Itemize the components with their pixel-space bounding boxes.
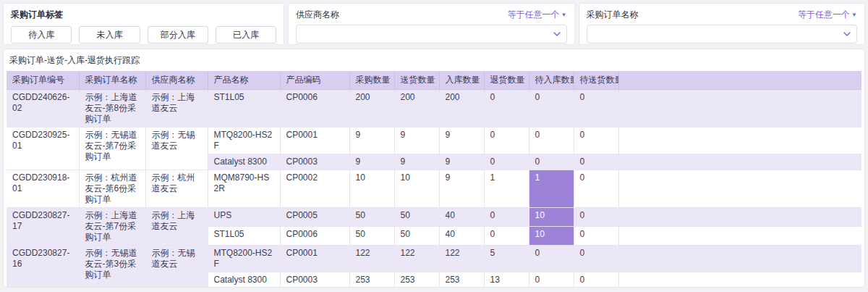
- chevron-down-icon: [553, 31, 561, 37]
- cell-pending-inbound-qty: 10: [529, 227, 574, 246]
- cell-delivery-qty: 50: [394, 227, 439, 246]
- cell-product-code: CP0002: [280, 170, 349, 208]
- chevron-down-icon: [843, 31, 851, 37]
- table-row: CGDD230827-17示例：上海道友云-第7份采购订单示例：上海道友云UPS…: [7, 208, 861, 227]
- column-header: 采购数量: [349, 71, 394, 90]
- tag-button-partial-inbound[interactable]: 部分入库: [148, 26, 208, 43]
- cell-product-name: MTQ8200-HS2F: [208, 128, 280, 154]
- cell-supplier-name: 示例：无锡道友云: [145, 128, 208, 170]
- cell-pending-inbound-qty: 10: [529, 208, 574, 227]
- cell-product-code: CP0001: [280, 246, 349, 272]
- cell-inbound-qty: 40: [439, 208, 484, 227]
- cell-product-name: UPS: [208, 208, 280, 227]
- cell-filler: [618, 154, 861, 170]
- table-row: CGDD230925-01示例：无锡道友云-第7份采购订单示例：无锡道友云MTQ…: [7, 128, 861, 154]
- cell-pending-inbound-qty: 0: [529, 128, 574, 154]
- order-tag-panel: 采购订单标签 待入库 未入库 部分入库 已入库: [3, 3, 284, 45]
- cell-purchase-qty: 9: [349, 154, 394, 170]
- supplier-operator-dropdown[interactable]: 等于任意一个▼: [508, 9, 567, 21]
- cell-purchase-qty: 50: [349, 227, 394, 246]
- cell-order-no: CGDD230925-01: [7, 128, 79, 170]
- cell-return-qty: 5: [484, 246, 529, 272]
- column-header: 待入库数量: [529, 71, 574, 90]
- cell-pending-delivery-qty: 0: [574, 154, 618, 170]
- cell-purchase-qty: 253: [349, 272, 394, 288]
- cell-pending-delivery-qty: 0: [574, 246, 618, 272]
- cell-inbound-qty: 9: [439, 170, 484, 208]
- cell-purchase-qty: 9: [349, 128, 394, 154]
- column-header: 送货数量: [394, 71, 439, 90]
- cell-order-no: CGDD230827-16: [7, 246, 79, 288]
- cell-delivery-qty: 253: [394, 272, 439, 288]
- cell-order-name: 示例：上海道友云-第7份采购订单: [79, 208, 145, 246]
- cell-inbound-qty: 40: [439, 227, 484, 246]
- cell-inbound-qty: 9: [439, 128, 484, 154]
- cell-product-code: CP0006: [280, 227, 349, 246]
- tag-button-not-inbound[interactable]: 未入库: [79, 26, 140, 43]
- cell-supplier-name: 示例：无锡道友云: [145, 246, 208, 288]
- cell-purchase-qty: 10: [349, 170, 394, 208]
- cell-product-name: ST1L05: [208, 227, 280, 246]
- column-header: 采购订单编号: [7, 71, 79, 90]
- cell-product-name: MQM8790-HS2R: [208, 170, 280, 208]
- cell-inbound-qty: 253: [439, 272, 484, 288]
- cell-supplier-name: 示例：杭州道友云: [145, 170, 208, 208]
- cell-pending-inbound-qty: 1: [529, 170, 574, 208]
- cell-filler: [618, 90, 861, 128]
- tag-button-pending-inbound[interactable]: 待入库: [11, 26, 72, 43]
- table-row: CGDD230827-16示例：无锡道友云-第3份采购订单示例：无锡道友云MTQ…: [7, 246, 861, 272]
- order-name-operator-dropdown[interactable]: 等于任意一个▼: [798, 9, 857, 21]
- cell-delivery-qty: 122: [394, 246, 439, 272]
- tracking-table-panel: 采购订单-送货-入库-退货执行跟踪 采购订单编号采购订单名称供应商名称产品名称产…: [3, 49, 865, 288]
- order-name-filter-label: 采购订单名称: [587, 9, 639, 21]
- cell-inbound-qty: 122: [439, 246, 484, 272]
- supplier-filter-label: 供应商名称: [296, 9, 339, 21]
- cell-product-name: Catalyst 8300: [208, 272, 280, 288]
- table-header-row: 采购订单编号采购订单名称供应商名称产品名称产品编码采购数量送货数量入库数量退货数…: [7, 71, 861, 90]
- cell-order-no: CGDD230827-17: [7, 208, 79, 246]
- cell-purchase-qty: 50: [349, 208, 394, 227]
- cell-inbound-qty: 9: [439, 154, 484, 170]
- order-name-select[interactable]: [587, 25, 858, 43]
- supplier-filter-panel: 供应商名称 等于任意一个▼: [288, 3, 575, 45]
- cell-order-no: CGDD230918-01: [7, 170, 79, 208]
- cell-pending-delivery-qty: 0: [574, 227, 618, 246]
- cell-return-qty: 0: [484, 208, 529, 227]
- cell-supplier-name: 示例：上海道友云: [145, 208, 208, 246]
- cell-delivery-qty: 200: [394, 90, 439, 128]
- cell-product-code: CP0003: [280, 272, 349, 288]
- cell-delivery-qty: 10: [394, 170, 439, 208]
- cell-pending-inbound-qty: 0: [529, 272, 574, 288]
- cell-order-name: 示例：无锡道友云-第3份采购订单: [79, 246, 145, 288]
- tracking-table: 采购订单编号采购订单名称供应商名称产品名称产品编码采购数量送货数量入库数量退货数…: [7, 71, 861, 288]
- cell-return-qty: 0: [484, 128, 529, 154]
- cell-product-name: Catalyst 8300: [208, 154, 280, 170]
- column-header: 产品编码: [280, 71, 349, 90]
- cell-return-qty: 0: [484, 154, 529, 170]
- order-tag-buttons: 待入库 未入库 部分入库 已入库: [11, 26, 276, 43]
- cell-filler: [618, 272, 861, 288]
- cell-return-qty: 0: [484, 227, 529, 246]
- cell-pending-delivery-qty: 0: [574, 208, 618, 227]
- cell-order-name: 示例：无锡道友云-第7份采购订单: [79, 128, 145, 170]
- tag-button-inbound-done[interactable]: 已入库: [216, 26, 276, 43]
- table-title: 采购订单-送货-入库-退货执行跟踪: [7, 53, 861, 71]
- cell-filler: [618, 170, 861, 208]
- cell-filler: [618, 227, 861, 246]
- cell-pending-inbound-qty: 0: [529, 90, 574, 128]
- supplier-select[interactable]: [296, 25, 567, 43]
- cell-order-name: 示例：杭州道友云-第6份采购订单: [79, 170, 145, 208]
- filter-bar: 采购订单标签 待入库 未入库 部分入库 已入库 供应商名称 等于任意一个▼ 采购…: [0, 0, 868, 45]
- cell-pending-inbound-qty: 0: [529, 154, 574, 170]
- cell-filler: [618, 208, 861, 227]
- cell-pending-delivery-qty: 0: [574, 128, 618, 154]
- cell-return-qty: 13: [484, 272, 529, 288]
- cell-return-qty: 0: [484, 90, 529, 128]
- cell-pending-delivery-qty: 0: [574, 170, 618, 208]
- cell-delivery-qty: 9: [394, 154, 439, 170]
- cell-pending-delivery-qty: 0: [574, 272, 618, 288]
- cell-product-code: CP0003: [280, 154, 349, 170]
- cell-product-name: MTQ8200-HS2F: [208, 246, 280, 272]
- order-tag-panel-title: 采购订单标签: [11, 9, 276, 21]
- column-header: 供应商名称: [145, 71, 208, 90]
